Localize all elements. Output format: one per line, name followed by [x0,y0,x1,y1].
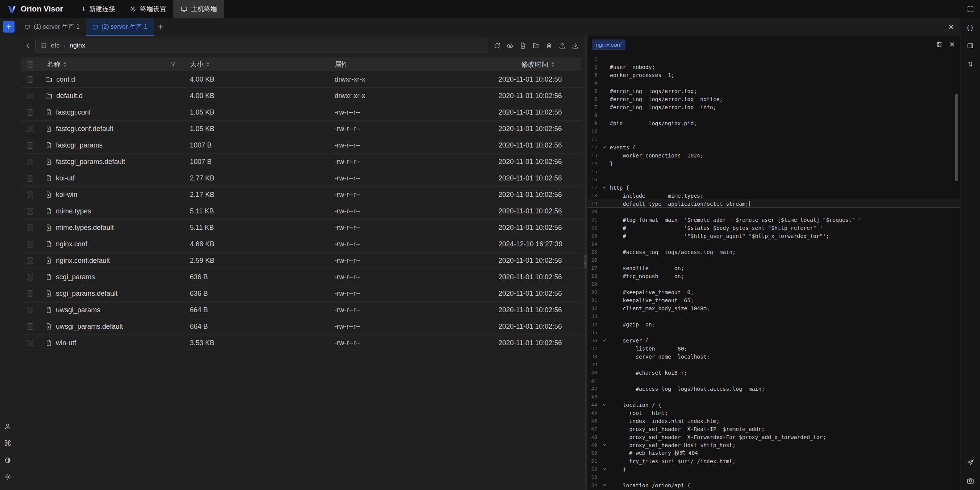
new-folder-icon[interactable] [529,39,542,52]
breadcrumb-segment-etc[interactable]: etc [51,42,60,49]
fold-icon[interactable] [599,185,609,190]
row-checkbox[interactable] [27,307,33,313]
row-checkbox[interactable] [27,126,33,132]
swap-vertical-icon[interactable] [960,55,980,73]
command-icon[interactable]: ⌘ [0,435,15,452]
sort-icon[interactable] [206,62,209,67]
back-icon[interactable] [21,39,34,52]
code-line: 9 #pid logs/nginx.pid; [588,119,960,127]
breadcrumb-segment-nginx[interactable]: nginx [70,42,85,49]
row-checkbox-cell [21,225,38,231]
row-checkbox[interactable] [27,274,33,280]
table-row[interactable]: koi-win 2.17 KB -rw-r--r-- 2020-11-01 10… [21,187,581,203]
code-editor[interactable]: 1 2 #user nobody; 3 worker_processes 1; … [588,53,960,490]
new-tab-button[interactable]: + [3,21,15,33]
fold-icon[interactable] [599,403,609,407]
table-row[interactable]: conf.d 4.00 KB drwxr-xr-x 2020-11-01 10:… [21,71,581,88]
splitter-grip-handle[interactable] [584,255,587,268]
settings-gear-icon[interactable] [0,469,15,485]
add-tab-button[interactable]: + [154,21,167,33]
table-row[interactable]: uwsgi_params.default 664 B -rw-r--r-- 20… [21,318,581,335]
upload-icon[interactable] [555,39,568,52]
fold-icon[interactable] [599,443,609,447]
fold-icon[interactable] [599,467,609,471]
code-line: 40 #charset koi8-r; [588,369,960,377]
code-line: 25 #access_log logs/access.log main; [588,248,960,256]
fold-icon[interactable] [599,145,609,149]
table-row[interactable]: mime.types.default 5.11 KB -rw-r--r-- 20… [21,220,581,236]
theme-icon[interactable] [0,452,15,469]
table-row[interactable]: fastcgi_params.default 1007 B -rw-r--r--… [21,154,581,170]
row-checkbox[interactable] [27,109,33,116]
table-row[interactable]: scgi_params.default 636 B -rw-r--r-- 202… [21,285,581,302]
row-checkbox[interactable] [27,225,33,231]
row-checkbox[interactable] [27,192,33,198]
row-checkbox[interactable] [27,323,33,330]
line-number: 22 [588,225,599,231]
row-checkbox[interactable] [27,142,33,149]
save-icon[interactable] [936,41,943,48]
editor-scrollbar-thumb[interactable] [955,94,958,181]
file-name: nginx.conf.default [56,257,110,265]
column-header-name[interactable]: 名称 [38,60,187,69]
table-row[interactable]: nginx.conf.default 2.59 KB -rw-r--r-- 20… [21,252,581,269]
fold-icon[interactable] [599,483,609,487]
delete-trash-icon[interactable] [542,39,555,52]
close-icon[interactable]: × [949,40,955,49]
braces-icon[interactable]: {} [960,18,980,36]
filter-funnel-icon[interactable] [170,62,176,67]
tab-server-1[interactable]: (1) server-生产-1 [18,18,86,36]
row-checkbox[interactable] [27,175,33,182]
line-text: } [610,466,626,472]
file-name-cell: nginx.conf [38,240,187,248]
table-row[interactable]: fastcgi_params 1007 B -rw-r--r-- 2020-11… [21,137,581,154]
user-icon[interactable] [0,418,15,435]
panel-splitter[interactable] [583,36,588,490]
row-checkbox[interactable] [27,93,33,99]
column-header-size[interactable]: 大小 [187,60,332,69]
column-header-attrs: 属性 [332,60,494,69]
list-view-icon[interactable] [40,43,47,49]
file-name-cell: scgi_params.default [38,290,187,298]
camera-icon[interactable] [960,472,980,490]
send-plane-icon[interactable] [960,453,980,472]
table-row[interactable]: mime.types 5.11 KB -rw-r--r-- 2020-11-01… [21,203,581,220]
select-all-checkbox[interactable] [27,61,33,68]
tab-server-2[interactable]: (2) server-生产-1 [86,18,154,36]
row-checkbox[interactable] [27,76,33,83]
menu-new-connection[interactable]: + 新建连接 [74,0,122,18]
table-row[interactable]: uwsgi_params 664 B -rw-r--r-- 2020-11-01… [21,302,581,318]
close-icon[interactable]: × [948,22,954,32]
column-header-modified[interactable]: 修改时间 [494,60,581,69]
refresh-icon[interactable] [490,39,503,52]
preview-eye-icon[interactable] [503,39,516,52]
table-row[interactable]: fastcgi.conf.default 1.05 KB -rw-r--r-- … [21,121,581,137]
table-row[interactable]: nginx.conf 4.68 KB -rw-r--r-- 2024-12-10… [21,236,581,252]
sort-icon[interactable] [551,62,554,67]
fullscreen-icon[interactable] [967,5,974,13]
row-checkbox[interactable] [27,290,33,297]
code-line: 20 [588,208,960,216]
file-name: uwsgi_params [56,306,100,314]
line-number: 31 [588,297,599,303]
row-checkbox[interactable] [27,340,33,346]
fold-icon[interactable] [599,338,609,343]
sort-icon[interactable] [63,62,66,67]
row-checkbox[interactable] [27,257,33,264]
row-checkbox[interactable] [27,208,33,215]
table-row[interactable]: scgi_params 636 B -rw-r--r-- 2020-11-01 … [21,269,581,285]
table-row[interactable]: koi-utf 2.77 KB -rw-r--r-- 2020-11-01 10… [21,170,581,187]
file-name: fastcgi_params [56,141,103,149]
new-file-icon[interactable] [516,39,529,52]
line-text: location / { [610,402,662,408]
file-size: 4.68 KB [187,240,332,248]
row-checkbox[interactable] [27,241,33,247]
table-row[interactable]: fastcgi.conf 1.05 KB -rw-r--r-- 2020-11-… [21,104,581,121]
download-icon[interactable] [568,39,581,52]
menu-host-terminal[interactable]: 主机终端 [173,0,224,18]
panel-layout-icon[interactable] [960,36,980,55]
table-row[interactable]: win-utf 3.53 KB -rw-r--r-- 2020-11-01 10… [21,335,581,351]
table-row[interactable]: default.d 4.00 KB drwxr-xr-x 2020-11-01 … [21,88,581,104]
menu-terminal-settings[interactable]: 终端设置 [122,0,173,18]
row-checkbox[interactable] [27,159,33,165]
